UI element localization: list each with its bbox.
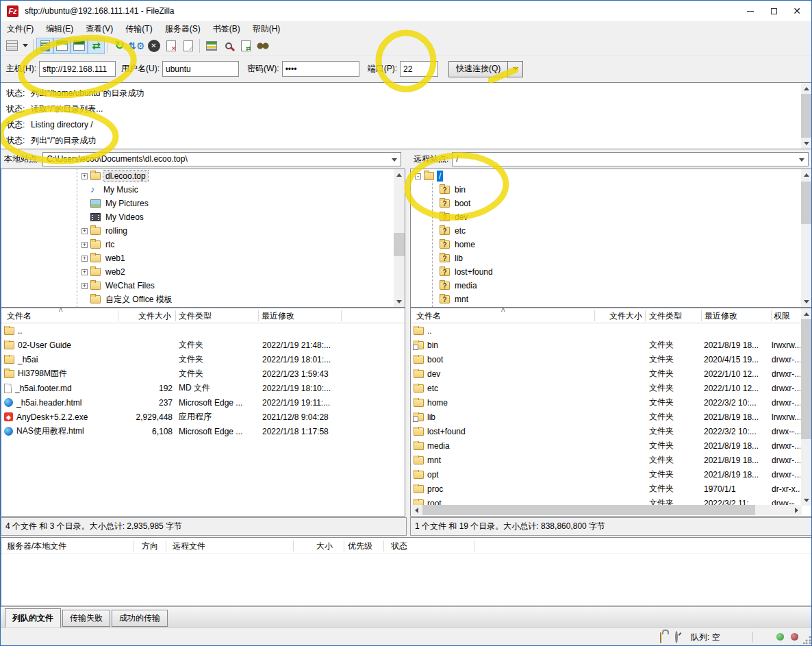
file-row[interactable]: home文件夹2022/3/2 10:...drwxr-...	[411, 395, 812, 410]
toggle-log-view-button[interactable]	[36, 38, 53, 54]
cancel-operation-button[interactable]: ✕	[145, 38, 162, 54]
queue-column-header-5[interactable]: 优先级	[348, 538, 372, 554]
file-row[interactable]: _h5ai.header.html237Microsoft Edge ...20…	[1, 395, 405, 410]
remote-tree-scrollbar[interactable]	[801, 169, 812, 307]
column-divider[interactable]	[474, 541, 474, 551]
queue-column-header-1[interactable]: 服务器/本地文件	[7, 538, 66, 554]
column-header-4[interactable]: 最近修改	[705, 308, 737, 323]
file-row[interactable]: lost+found文件夹2022/3/2 10:...drwx--...	[411, 424, 812, 438]
file-row[interactable]: dev文件夹2022/1/10 12...drwxr-...	[411, 367, 812, 381]
column-divider[interactable]	[341, 310, 342, 321]
remote-tree-item[interactable]: -/	[411, 169, 812, 183]
column-header-1[interactable]: 文件名	[7, 308, 31, 323]
compare-directories-button[interactable]	[203, 38, 220, 54]
menu-item-2[interactable]: 编辑(E)	[40, 21, 79, 36]
column-divider[interactable]	[258, 310, 259, 321]
resize-grip[interactable]	[803, 636, 811, 644]
menu-item-4[interactable]: 传输(T)	[119, 21, 158, 36]
scroll-up-button[interactable]	[801, 83, 812, 94]
local-tree-item[interactable]: My Pictures	[1, 197, 405, 210]
close-button[interactable]: ✕	[785, 1, 809, 21]
filter-button[interactable]	[254, 38, 271, 54]
remote-list-scrollbar[interactable]	[801, 308, 812, 506]
local-tree-item[interactable]: +dl.ecoo.top	[1, 169, 405, 183]
local-tree-item[interactable]: My Videos	[1, 210, 405, 224]
column-divider[interactable]	[771, 310, 772, 321]
toggle-local-tree-button[interactable]	[53, 38, 71, 54]
site-manager-dropdown[interactable]	[21, 38, 30, 54]
local-tree-item[interactable]: ♪My Music	[1, 183, 405, 197]
log-scrollbar[interactable]	[801, 83, 812, 149]
remote-tree-item[interactable]: ?dev	[411, 210, 812, 224]
column-divider[interactable]	[383, 541, 384, 551]
file-row[interactable]: opt文件夹2021/8/19 18...drwxr-...	[411, 467, 812, 482]
port-input[interactable]	[400, 61, 438, 77]
file-row[interactable]: 02-User Guide文件夹2022/1/19 21:48:...	[1, 338, 405, 352]
queue-column-header-3[interactable]: 远程文件	[173, 538, 205, 554]
remote-tree-item[interactable]: ?bin	[411, 183, 812, 197]
synchronized-browsing-button[interactable]: ⇄	[237, 38, 254, 54]
scroll-down-button[interactable]	[801, 138, 812, 149]
tree-expander[interactable]: -	[415, 173, 421, 179]
tree-expander[interactable]: +	[81, 228, 88, 234]
remote-tree-item[interactable]: ?home	[411, 238, 812, 251]
password-input[interactable]	[282, 61, 359, 77]
queue-column-header-6[interactable]: 状态	[391, 538, 407, 554]
local-tree-item[interactable]: 自定义 Office 模板	[1, 293, 405, 306]
quickconnect-dropdown[interactable]	[508, 61, 523, 77]
file-row[interactable]: media文件夹2021/8/19 18...drwxr-...	[411, 438, 812, 453]
file-row[interactable]: _h5ai文件夹2022/1/19 18:01:...	[1, 352, 405, 367]
remote-tree-item[interactable]: ?media	[411, 279, 812, 293]
menu-item-3[interactable]: 查看(V)	[79, 21, 119, 36]
queue-tab-2[interactable]: 传输失败	[62, 610, 110, 627]
username-input[interactable]	[162, 61, 239, 77]
local-tree-item[interactable]: +rtc	[1, 238, 405, 251]
column-divider[interactable]	[293, 541, 294, 551]
file-row[interactable]: ◆AnyDesk+5.2.2.exe2,929,448应用程序2021/12/8…	[1, 410, 405, 424]
remote-list-hscrollbar[interactable]	[411, 505, 802, 515]
file-row[interactable]: Hi3798M固件文件夹2022/1/23 1:59:43	[1, 367, 405, 381]
column-header-4[interactable]: 最近修改	[262, 308, 294, 323]
file-row[interactable]: _h5ai.footer.md192MD 文件2022/1/19 18:10:.…	[1, 381, 405, 395]
file-row[interactable]: ..	[411, 323, 812, 338]
local-tree-item[interactable]: +WeChat Files	[1, 279, 405, 293]
menu-item-7[interactable]: 帮助(H)	[246, 21, 287, 36]
column-divider[interactable]	[701, 310, 702, 321]
scroll-up-button[interactable]	[801, 308, 812, 319]
file-row[interactable]: etc文件夹2022/1/10 12...drwxr-...	[411, 381, 812, 395]
scroll-left-button[interactable]	[411, 505, 422, 515]
menu-item-6[interactable]: 书签(B)	[207, 21, 246, 36]
local-tree-item[interactable]: +rolling	[1, 224, 405, 238]
column-divider[interactable]	[344, 541, 344, 551]
remote-tree-item[interactable]: ?mnt	[411, 293, 812, 306]
refresh-button[interactable]: ↻	[111, 38, 128, 54]
local-tree-item[interactable]: +web1	[1, 251, 405, 265]
menu-item-1[interactable]: 文件(F)	[1, 21, 40, 36]
local-tree-item[interactable]: +web2	[1, 265, 405, 279]
tree-expander[interactable]: +	[81, 242, 88, 248]
scroll-down-button[interactable]	[801, 296, 812, 307]
scrollbar-thumb[interactable]	[801, 94, 812, 138]
column-header-2[interactable]: 文件大小	[138, 308, 171, 323]
file-row[interactable]: lib文件夹2021/8/19 18...lrwxrw...	[411, 410, 812, 424]
column-divider[interactable]	[118, 310, 118, 321]
column-header-2[interactable]: 文件大小	[609, 308, 642, 323]
scroll-up-button[interactable]	[394, 169, 405, 180]
column-header-3[interactable]: 文件类型	[649, 308, 682, 323]
remote-tree-item[interactable]: ?boot	[411, 197, 812, 210]
menu-item-5[interactable]: 服务器(S)	[159, 21, 207, 36]
file-row[interactable]: boot文件夹2020/4/15 19...drwxr-...	[411, 352, 812, 367]
queue-tab-1[interactable]: 列队的文件	[5, 608, 61, 628]
tree-expander[interactable]: +	[81, 256, 88, 262]
remote-tree-item[interactable]: ?etc	[411, 224, 812, 238]
tree-expander[interactable]: +	[81, 173, 88, 179]
file-row[interactable]: NAS使用教程.html6,108Microsoft Edge ...2022/…	[1, 424, 405, 438]
queue-column-header-2[interactable]: 方向	[142, 538, 158, 554]
local-tree-scrollbar[interactable]	[394, 169, 405, 307]
process-queue-button[interactable]: ⇅⚙	[128, 38, 145, 54]
tree-expander[interactable]: +	[81, 283, 88, 289]
file-row[interactable]: proc文件夹1970/1/1dr-xr-x...	[411, 482, 812, 496]
scroll-down-button[interactable]	[801, 495, 812, 506]
reconnect-button[interactable]: ✓	[179, 38, 196, 54]
scroll-up-button[interactable]	[801, 169, 812, 180]
